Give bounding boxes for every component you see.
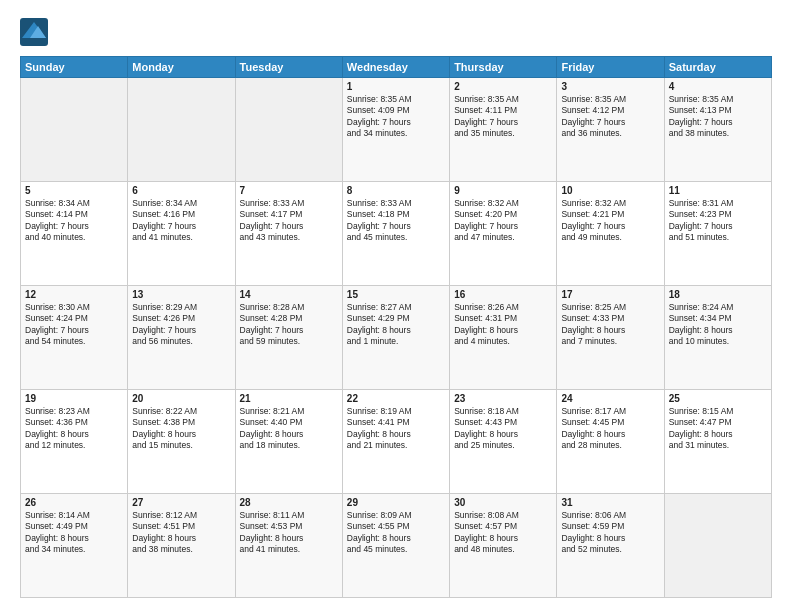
day-info: Sunrise: 8:34 AM Sunset: 4:16 PM Dayligh… (132, 198, 230, 244)
calendar-cell: 27Sunrise: 8:12 AM Sunset: 4:51 PM Dayli… (128, 494, 235, 598)
day-number: 21 (240, 393, 338, 404)
day-info: Sunrise: 8:09 AM Sunset: 4:55 PM Dayligh… (347, 510, 445, 556)
day-number: 4 (669, 81, 767, 92)
calendar-cell: 3Sunrise: 8:35 AM Sunset: 4:12 PM Daylig… (557, 78, 664, 182)
day-info: Sunrise: 8:27 AM Sunset: 4:29 PM Dayligh… (347, 302, 445, 348)
weekday-header-friday: Friday (557, 57, 664, 78)
day-number: 18 (669, 289, 767, 300)
calendar-cell: 22Sunrise: 8:19 AM Sunset: 4:41 PM Dayli… (342, 390, 449, 494)
day-info: Sunrise: 8:33 AM Sunset: 4:18 PM Dayligh… (347, 198, 445, 244)
day-info: Sunrise: 8:35 AM Sunset: 4:13 PM Dayligh… (669, 94, 767, 140)
calendar-table: SundayMondayTuesdayWednesdayThursdayFrid… (20, 56, 772, 598)
day-info: Sunrise: 8:25 AM Sunset: 4:33 PM Dayligh… (561, 302, 659, 348)
day-number: 5 (25, 185, 123, 196)
day-info: Sunrise: 8:22 AM Sunset: 4:38 PM Dayligh… (132, 406, 230, 452)
logo-icon (20, 18, 48, 46)
day-number: 28 (240, 497, 338, 508)
day-number: 24 (561, 393, 659, 404)
day-info: Sunrise: 8:06 AM Sunset: 4:59 PM Dayligh… (561, 510, 659, 556)
calendar-cell: 21Sunrise: 8:21 AM Sunset: 4:40 PM Dayli… (235, 390, 342, 494)
calendar-cell: 4Sunrise: 8:35 AM Sunset: 4:13 PM Daylig… (664, 78, 771, 182)
day-number: 3 (561, 81, 659, 92)
weekday-header-saturday: Saturday (664, 57, 771, 78)
day-info: Sunrise: 8:12 AM Sunset: 4:51 PM Dayligh… (132, 510, 230, 556)
calendar-cell: 7Sunrise: 8:33 AM Sunset: 4:17 PM Daylig… (235, 182, 342, 286)
page: SundayMondayTuesdayWednesdayThursdayFrid… (0, 0, 792, 612)
day-info: Sunrise: 8:18 AM Sunset: 4:43 PM Dayligh… (454, 406, 552, 452)
day-number: 16 (454, 289, 552, 300)
day-number: 6 (132, 185, 230, 196)
calendar-cell: 28Sunrise: 8:11 AM Sunset: 4:53 PM Dayli… (235, 494, 342, 598)
day-number: 19 (25, 393, 123, 404)
day-number: 31 (561, 497, 659, 508)
calendar-cell: 14Sunrise: 8:28 AM Sunset: 4:28 PM Dayli… (235, 286, 342, 390)
day-info: Sunrise: 8:24 AM Sunset: 4:34 PM Dayligh… (669, 302, 767, 348)
calendar-cell: 12Sunrise: 8:30 AM Sunset: 4:24 PM Dayli… (21, 286, 128, 390)
calendar-cell (128, 78, 235, 182)
calendar-cell: 5Sunrise: 8:34 AM Sunset: 4:14 PM Daylig… (21, 182, 128, 286)
calendar-cell: 13Sunrise: 8:29 AM Sunset: 4:26 PM Dayli… (128, 286, 235, 390)
logo (20, 18, 52, 46)
calendar-cell: 20Sunrise: 8:22 AM Sunset: 4:38 PM Dayli… (128, 390, 235, 494)
day-number: 7 (240, 185, 338, 196)
day-info: Sunrise: 8:11 AM Sunset: 4:53 PM Dayligh… (240, 510, 338, 556)
calendar-cell: 24Sunrise: 8:17 AM Sunset: 4:45 PM Dayli… (557, 390, 664, 494)
day-number: 12 (25, 289, 123, 300)
calendar-cell (235, 78, 342, 182)
calendar-cell: 8Sunrise: 8:33 AM Sunset: 4:18 PM Daylig… (342, 182, 449, 286)
day-info: Sunrise: 8:28 AM Sunset: 4:28 PM Dayligh… (240, 302, 338, 348)
day-info: Sunrise: 8:14 AM Sunset: 4:49 PM Dayligh… (25, 510, 123, 556)
calendar-cell: 19Sunrise: 8:23 AM Sunset: 4:36 PM Dayli… (21, 390, 128, 494)
calendar-cell: 11Sunrise: 8:31 AM Sunset: 4:23 PM Dayli… (664, 182, 771, 286)
calendar-cell (21, 78, 128, 182)
calendar-cell: 2Sunrise: 8:35 AM Sunset: 4:11 PM Daylig… (450, 78, 557, 182)
calendar-cell: 18Sunrise: 8:24 AM Sunset: 4:34 PM Dayli… (664, 286, 771, 390)
day-info: Sunrise: 8:19 AM Sunset: 4:41 PM Dayligh… (347, 406, 445, 452)
weekday-header-row: SundayMondayTuesdayWednesdayThursdayFrid… (21, 57, 772, 78)
day-number: 23 (454, 393, 552, 404)
day-info: Sunrise: 8:31 AM Sunset: 4:23 PM Dayligh… (669, 198, 767, 244)
day-number: 1 (347, 81, 445, 92)
day-number: 22 (347, 393, 445, 404)
weekday-header-thursday: Thursday (450, 57, 557, 78)
calendar-cell: 23Sunrise: 8:18 AM Sunset: 4:43 PM Dayli… (450, 390, 557, 494)
day-info: Sunrise: 8:35 AM Sunset: 4:09 PM Dayligh… (347, 94, 445, 140)
week-row-3: 12Sunrise: 8:30 AM Sunset: 4:24 PM Dayli… (21, 286, 772, 390)
day-number: 25 (669, 393, 767, 404)
week-row-4: 19Sunrise: 8:23 AM Sunset: 4:36 PM Dayli… (21, 390, 772, 494)
calendar-cell: 6Sunrise: 8:34 AM Sunset: 4:16 PM Daylig… (128, 182, 235, 286)
day-number: 29 (347, 497, 445, 508)
day-info: Sunrise: 8:30 AM Sunset: 4:24 PM Dayligh… (25, 302, 123, 348)
calendar-cell: 9Sunrise: 8:32 AM Sunset: 4:20 PM Daylig… (450, 182, 557, 286)
calendar-cell (664, 494, 771, 598)
day-info: Sunrise: 8:26 AM Sunset: 4:31 PM Dayligh… (454, 302, 552, 348)
day-info: Sunrise: 8:21 AM Sunset: 4:40 PM Dayligh… (240, 406, 338, 452)
day-number: 15 (347, 289, 445, 300)
weekday-header-sunday: Sunday (21, 57, 128, 78)
day-info: Sunrise: 8:23 AM Sunset: 4:36 PM Dayligh… (25, 406, 123, 452)
week-row-2: 5Sunrise: 8:34 AM Sunset: 4:14 PM Daylig… (21, 182, 772, 286)
day-number: 20 (132, 393, 230, 404)
day-number: 9 (454, 185, 552, 196)
day-number: 27 (132, 497, 230, 508)
day-info: Sunrise: 8:33 AM Sunset: 4:17 PM Dayligh… (240, 198, 338, 244)
day-number: 14 (240, 289, 338, 300)
header (20, 18, 772, 46)
day-number: 11 (669, 185, 767, 196)
day-number: 17 (561, 289, 659, 300)
day-info: Sunrise: 8:15 AM Sunset: 4:47 PM Dayligh… (669, 406, 767, 452)
day-info: Sunrise: 8:35 AM Sunset: 4:11 PM Dayligh… (454, 94, 552, 140)
calendar-cell: 25Sunrise: 8:15 AM Sunset: 4:47 PM Dayli… (664, 390, 771, 494)
calendar-cell: 17Sunrise: 8:25 AM Sunset: 4:33 PM Dayli… (557, 286, 664, 390)
calendar-cell: 31Sunrise: 8:06 AM Sunset: 4:59 PM Dayli… (557, 494, 664, 598)
day-number: 8 (347, 185, 445, 196)
day-info: Sunrise: 8:35 AM Sunset: 4:12 PM Dayligh… (561, 94, 659, 140)
day-number: 13 (132, 289, 230, 300)
calendar-cell: 10Sunrise: 8:32 AM Sunset: 4:21 PM Dayli… (557, 182, 664, 286)
calendar-cell: 29Sunrise: 8:09 AM Sunset: 4:55 PM Dayli… (342, 494, 449, 598)
calendar-cell: 26Sunrise: 8:14 AM Sunset: 4:49 PM Dayli… (21, 494, 128, 598)
weekday-header-monday: Monday (128, 57, 235, 78)
calendar-cell: 16Sunrise: 8:26 AM Sunset: 4:31 PM Dayli… (450, 286, 557, 390)
calendar-cell: 30Sunrise: 8:08 AM Sunset: 4:57 PM Dayli… (450, 494, 557, 598)
calendar-cell: 15Sunrise: 8:27 AM Sunset: 4:29 PM Dayli… (342, 286, 449, 390)
